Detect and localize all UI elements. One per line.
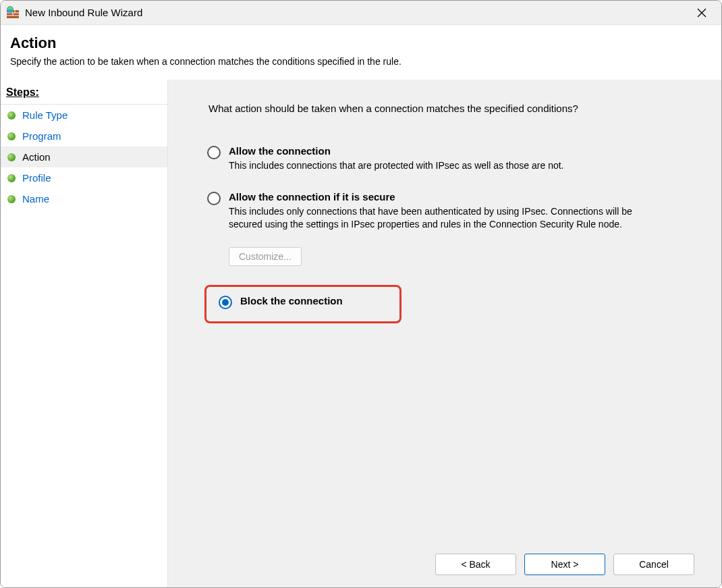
content-prompt: What action should be taken when a conne…	[195, 103, 694, 114]
cancel-button[interactable]: Cancel	[613, 554, 694, 575]
step-label: Profile	[22, 172, 51, 184]
titlebar: New Inbound Rule Wizard	[1, 1, 721, 25]
step-profile[interactable]: Profile	[1, 167, 167, 188]
option-body: Block the connection	[240, 295, 343, 306]
step-label: Name	[22, 193, 49, 205]
step-program[interactable]: Program	[1, 126, 167, 146]
option-block[interactable]: Block the connection	[219, 295, 387, 309]
option-allow[interactable]: Allow the connection This includes conne…	[207, 145, 694, 172]
steps-list: Rule Type Program Action Profile Name	[1, 105, 167, 209]
highlight-annotation: Block the connection	[204, 285, 401, 323]
step-label: Program	[22, 130, 61, 142]
step-label: Action	[22, 151, 51, 163]
option-title: Allow the connection if it is secure	[229, 191, 661, 203]
customize-button: Customize...	[229, 247, 302, 266]
option-body: Allow the connection if it is secure Thi…	[229, 191, 661, 231]
option-title: Block the connection	[240, 295, 343, 306]
option-allow-secure[interactable]: Allow the connection if it is secure Thi…	[207, 191, 694, 266]
step-name[interactable]: Name	[1, 188, 167, 209]
step-label: Rule Type	[22, 109, 67, 121]
page-title: Action	[10, 34, 712, 52]
action-options: Allow the connection This includes conne…	[195, 145, 694, 323]
radio-allow[interactable]	[207, 146, 221, 159]
bullet-icon	[7, 153, 16, 161]
option-title: Allow the connection	[229, 145, 564, 157]
page-subtitle: Specify the action to be taken when a co…	[10, 56, 712, 67]
window-title: New Inbound Rule Wizard	[25, 7, 686, 18]
steps-sidebar: Steps: Rule Type Program Action Profile …	[1, 80, 168, 587]
step-action[interactable]: Action	[1, 146, 167, 167]
next-button[interactable]: Next >	[524, 554, 605, 575]
radio-block[interactable]	[219, 296, 232, 309]
wizard-body: Steps: Rule Type Program Action Profile …	[1, 80, 721, 587]
steps-heading: Steps:	[1, 82, 167, 105]
wizard-content: What action should be taken when a conne…	[168, 80, 721, 587]
bullet-icon	[7, 111, 16, 119]
close-icon	[697, 8, 706, 18]
radio-allow-secure[interactable]	[207, 192, 221, 205]
bullet-icon	[7, 132, 16, 140]
wizard-window: New Inbound Rule Wizard Action Specify t…	[0, 0, 722, 588]
bullet-icon	[7, 174, 16, 182]
firewall-icon	[6, 6, 20, 20]
back-button[interactable]: < Back	[435, 554, 516, 575]
option-body: Allow the connection This includes conne…	[229, 145, 564, 172]
bullet-icon	[7, 195, 16, 203]
step-rule-type[interactable]: Rule Type	[1, 105, 167, 126]
option-desc: This includes connections that are prote…	[229, 159, 564, 172]
wizard-header: Action Specify the action to be taken wh…	[1, 25, 721, 80]
wizard-footer: < Back Next > Cancel	[195, 547, 694, 578]
close-button[interactable]	[686, 1, 717, 25]
option-desc: This includes only connections that have…	[229, 205, 661, 231]
